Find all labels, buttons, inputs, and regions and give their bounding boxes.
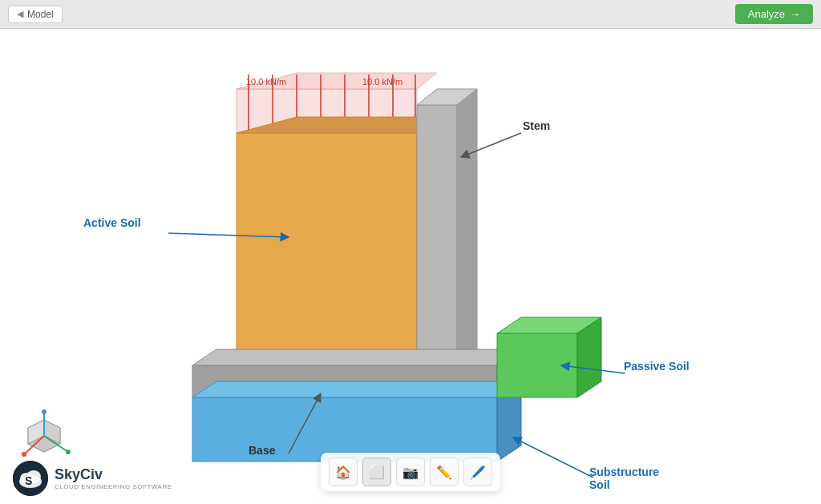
bottom-toolbar: 🏠 ⬜ 📷 ✏️ 🖊️ bbox=[321, 453, 500, 491]
model-tab-label: Model bbox=[27, 9, 54, 20]
logo-sub: CLOUD ENGINEERING SOFTWARE bbox=[55, 483, 172, 490]
3d-scene: 10.0 kN/m 10.0 kN/m Stem Active Soil Pas… bbox=[0, 29, 821, 504]
eraser-icon: 🖊️ bbox=[470, 465, 486, 480]
camera-button[interactable]: 📷 bbox=[396, 458, 425, 486]
pencil-icon: ✏️ bbox=[436, 465, 452, 480]
model-tab[interactable]: ◀ Model bbox=[8, 6, 63, 23]
base-label: Base bbox=[249, 444, 275, 457]
svg-point-38 bbox=[66, 450, 71, 454]
svg-point-39 bbox=[42, 409, 47, 414]
passive-soil-label: Passive Soil bbox=[624, 360, 690, 373]
topbar: ◀ Model Analyze → bbox=[0, 0, 821, 29]
svg-marker-20 bbox=[192, 381, 521, 397]
svg-marker-15 bbox=[457, 89, 477, 365]
home-icon: 🏠 bbox=[335, 465, 351, 480]
svg-point-37 bbox=[22, 452, 26, 457]
logo-text: SkyCiv CLOUD ENGINEERING SOFTWARE bbox=[55, 466, 172, 490]
svg-marker-10 bbox=[237, 133, 417, 365]
analyze-arrow-icon: → bbox=[790, 8, 800, 20]
analyze-label: Analyze bbox=[748, 8, 785, 20]
stem-label: Stem bbox=[523, 119, 550, 132]
back-arrow-icon: ◀ bbox=[17, 9, 23, 19]
skyciv-logo: S SkyCiv CLOUD ENGINEERING SOFTWARE bbox=[13, 461, 172, 496]
right-load-label: 10.0 kN/m bbox=[362, 77, 402, 87]
svg-line-28 bbox=[513, 437, 593, 478]
canvas-area: 10.0 kN/m 10.0 kN/m Stem Active Soil Pas… bbox=[0, 29, 821, 504]
left-load-label: 10.0 kN/m bbox=[246, 77, 286, 87]
pencil-button[interactable]: ✏️ bbox=[430, 458, 459, 486]
home-button[interactable]: 🏠 bbox=[329, 458, 358, 486]
svg-text:S: S bbox=[25, 474, 32, 487]
active-soil-label: Active Soil bbox=[83, 216, 141, 229]
svg-marker-19 bbox=[192, 397, 497, 462]
camera-icon: 📷 bbox=[402, 465, 419, 480]
cube-button[interactable]: ⬜ bbox=[362, 458, 391, 486]
substructure-soil-label: SubstructureSoil bbox=[589, 466, 659, 491]
svg-marker-13 bbox=[417, 105, 457, 365]
navigation-cube[interactable] bbox=[16, 408, 72, 464]
eraser-button[interactable]: 🖊️ bbox=[463, 458, 492, 486]
logo-name: SkyCiv bbox=[55, 466, 172, 483]
analyze-button[interactable]: Analyze → bbox=[735, 4, 813, 24]
cube-icon: ⬜ bbox=[369, 465, 385, 480]
svg-marker-17 bbox=[192, 349, 521, 365]
logo-icon: S bbox=[13, 461, 48, 496]
